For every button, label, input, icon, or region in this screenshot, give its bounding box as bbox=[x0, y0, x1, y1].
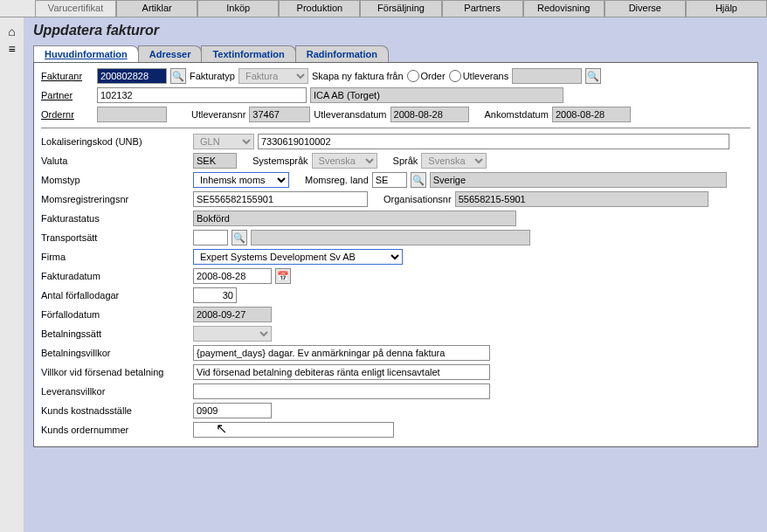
orgnr-field: 55658215-5901 bbox=[455, 191, 708, 207]
valuta-label: Valuta bbox=[41, 155, 190, 166]
top-tab-varucertifikat[interactable]: Varucertifikat bbox=[35, 0, 116, 17]
search-icon[interactable]: 🔍 bbox=[231, 230, 247, 245]
utleveransnr-label: Utleveransnr bbox=[191, 109, 245, 120]
betalningssatt-select bbox=[193, 326, 272, 342]
top-tab-partners[interactable]: Partners bbox=[442, 0, 523, 17]
top-tab-redovisning[interactable]: Redovisning bbox=[523, 0, 605, 17]
fakturatyp-label: Fakturatyp bbox=[190, 71, 235, 81]
tab-adresser[interactable]: Adresser bbox=[138, 45, 203, 62]
utleveransnr-field: 37467 bbox=[249, 107, 310, 122]
momsregnr-field[interactable] bbox=[193, 191, 368, 207]
partner-name-field: ICA AB (Torget) bbox=[310, 87, 563, 103]
order-radio-label: Order bbox=[421, 71, 446, 81]
leveransvillkor-label: Leveransvillkor bbox=[41, 386, 190, 397]
tab-radinformation[interactable]: Radinformation bbox=[295, 45, 389, 62]
search-icon[interactable]: 🔍 bbox=[411, 172, 426, 188]
transportsatt-field[interactable] bbox=[193, 230, 228, 245]
ankomstdatum-field: 2008-08-28 bbox=[552, 107, 631, 122]
calendar-icon[interactable]: 📅 bbox=[275, 268, 291, 284]
momsreg-land-field[interactable] bbox=[372, 172, 407, 188]
top-menu-bar: Varucertifikat Artiklar Inköp Produktion… bbox=[0, 0, 767, 17]
betalningssatt-label: Betalningssätt bbox=[41, 328, 190, 339]
transportsatt-label: Transportsätt bbox=[41, 232, 190, 243]
syssprak-select: Svenska bbox=[312, 153, 377, 169]
tab-textinformation[interactable]: Textinformation bbox=[201, 45, 295, 62]
ordernr-label: Ordernr bbox=[41, 109, 93, 120]
fakturastatus-label: Fakturastatus bbox=[41, 213, 190, 224]
villkor-forsenad-field[interactable] bbox=[193, 364, 490, 380]
momsreg-land-name: Sverige bbox=[430, 172, 727, 188]
firma-label: Firma bbox=[41, 252, 190, 262]
valuta-field: SEK bbox=[193, 153, 237, 169]
search-icon[interactable]: 🔍 bbox=[585, 68, 601, 84]
partner-label: Partner bbox=[41, 90, 93, 100]
antal-ff-label: Antal förfallodagar bbox=[41, 290, 190, 301]
utleveransdatum-field: 2008-08-28 bbox=[390, 107, 469, 122]
top-tab-forsaljning[interactable]: Försäljning bbox=[360, 0, 441, 17]
firma-select[interactable]: Expert Systems Development Sv AB bbox=[193, 249, 403, 265]
momsregnr-label: Momsregistreringsnr bbox=[41, 194, 190, 204]
skapa-label: Skapa ny faktura från bbox=[312, 71, 404, 81]
antal-ff-field[interactable] bbox=[193, 287, 237, 303]
forfallodatum-field: 2008-09-27 bbox=[193, 307, 272, 322]
cursor-icon: ↖ bbox=[216, 420, 227, 437]
fakturanr-field[interactable]: 200802828 bbox=[97, 68, 167, 84]
villkor-forsenad-label: Villkor vid försenad betalning bbox=[41, 367, 190, 377]
momstyp-select[interactable]: Inhemsk moms bbox=[193, 172, 289, 188]
top-tab-diverse[interactable]: Diverse bbox=[605, 0, 686, 17]
utleverans-radio[interactable] bbox=[449, 70, 461, 82]
fakturanr-label: Fakturanr bbox=[41, 71, 93, 81]
momstyp-label: Momstyp bbox=[41, 175, 190, 185]
top-tab-hjalp[interactable]: Hjälp bbox=[686, 0, 767, 17]
lokkod-type-select: GLN bbox=[193, 134, 254, 149]
order-radio[interactable] bbox=[407, 70, 419, 82]
top-tab-inkop[interactable]: Inköp bbox=[197, 0, 279, 17]
sprak-label: Språk bbox=[393, 155, 418, 166]
list-icon[interactable]: ≡ bbox=[0, 42, 24, 56]
top-tab-artiklar[interactable]: Artiklar bbox=[116, 0, 197, 17]
skapa-value-field bbox=[512, 68, 582, 84]
lokkod-label: Lokaliseringskod (UNB) bbox=[41, 136, 190, 147]
sprak-select: Svenska bbox=[421, 153, 487, 169]
fakturastatus-field: Bokförd bbox=[193, 211, 516, 226]
forfallodatum-label: Förfallodatum bbox=[41, 309, 190, 320]
orgnr-label: Organisationsnr bbox=[384, 194, 452, 204]
ordernr-field bbox=[97, 107, 167, 122]
utleveransdatum-label: Utleveransdatum bbox=[314, 109, 386, 120]
kunds-ordernr-label: Kunds ordernummer bbox=[41, 425, 190, 435]
kunds-kost-label: Kunds kostnadsställe bbox=[41, 405, 190, 416]
ankomstdatum-label: Ankomstdatum bbox=[485, 109, 549, 120]
lokkod-field[interactable] bbox=[258, 134, 729, 149]
partner-id-field[interactable] bbox=[97, 87, 307, 103]
betalningsvillkor-label: Betalningsvillkor bbox=[41, 348, 190, 358]
header-panel: Fakturanr 200802828 🔍 Fakturatyp Faktura… bbox=[33, 62, 758, 447]
kunds-kost-field[interactable] bbox=[193, 403, 272, 418]
utleverans-radio-label: Utleverans bbox=[463, 71, 509, 81]
search-icon[interactable]: 🔍 bbox=[170, 68, 186, 84]
momsreg-land-label: Momsreg. land bbox=[305, 175, 369, 185]
betalningsvillkor-field[interactable] bbox=[193, 345, 490, 361]
fakturatyp-select: Faktura bbox=[238, 68, 308, 84]
fakturadatum-label: Fakturadatum bbox=[41, 271, 190, 281]
fakturadatum-field[interactable] bbox=[193, 268, 272, 284]
syssprak-label: Systemspråk bbox=[252, 155, 308, 166]
transportsatt-name bbox=[251, 230, 530, 245]
leveransvillkor-field[interactable] bbox=[193, 383, 490, 399]
top-tab-produktion[interactable]: Produktion bbox=[279, 0, 360, 17]
home-icon[interactable]: ⌂ bbox=[0, 24, 24, 38]
sub-tab-bar: Huvudinformation Adresser Textinformatio… bbox=[33, 45, 758, 62]
page-title: Uppdatera fakturor bbox=[33, 23, 758, 38]
tab-huvudinformation[interactable]: Huvudinformation bbox=[33, 45, 139, 62]
left-rail: ⌂ ≡ bbox=[0, 17, 24, 532]
